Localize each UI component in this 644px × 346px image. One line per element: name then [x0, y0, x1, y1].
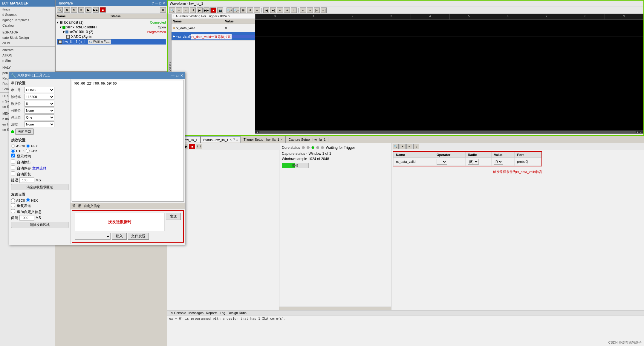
- trigger-radix-select[interactable]: [B]: [468, 159, 479, 165]
- sidebar-item-8[interactable]: ATION: [0, 53, 55, 58]
- hw-play-btn[interactable]: ▶: [85, 7, 91, 13]
- serial-clear-recv-btn[interactable]: 清空接收显示区域: [11, 184, 68, 190]
- wf-zoomin-btn[interactable]: 🔍+: [227, 7, 232, 13]
- trigger-arrow-btn[interactable]: ↕: [413, 144, 419, 149]
- wf-hscrollbar[interactable]: ◂ ▸ ◂|: [255, 130, 643, 134]
- hw-tree-localhost[interactable]: ▾ 🖥 localhost (1) Connected: [57, 20, 166, 25]
- trigger-value-select[interactable]: R: [494, 159, 503, 165]
- sidebar-item-7[interactable]: enerate: [0, 47, 55, 53]
- hw-search-btn[interactable]: 🔍: [57, 7, 63, 13]
- hw-tree-xc7[interactable]: ▾ xc7a100t_0 (2) Programmed: [57, 30, 166, 34]
- wf-skip-back-btn[interactable]: |◀: [263, 7, 269, 13]
- serial-send-ascii-radio[interactable]: [11, 198, 15, 202]
- serial-show-time-cb[interactable]: [11, 154, 15, 157]
- hw-stop-btn[interactable]: ■: [100, 7, 106, 13]
- settings-stop-btn[interactable]: ■: [189, 144, 195, 149]
- scroll-left-icon[interactable]: ◂: [256, 130, 258, 134]
- settings-more-btn[interactable]: ⋮⋮: [196, 144, 202, 149]
- hw-tree-xilinx[interactable]: ▾ xilinx_tcf/Digilent/H Open: [57, 25, 166, 30]
- wf-expand-right-btn[interactable]: ↦: [284, 7, 290, 13]
- console-tab-tcl[interactable]: Tcl Console: [169, 311, 186, 315]
- tab-trigger-close[interactable]: ✕: [280, 138, 283, 141]
- wf-camera-btn[interactable]: 📷: [217, 7, 223, 13]
- tab-trigger[interactable]: Trigger Setup - hw_ila_1 ✕: [241, 137, 285, 142]
- serial-auto-exec-cb[interactable]: [11, 160, 15, 163]
- hw-minimize-btn[interactable]: —: [155, 1, 158, 5]
- serial-gbk-radio[interactable]: [26, 149, 30, 153]
- serial-send-hex-radio[interactable]: [26, 198, 30, 202]
- hw-tree-ila[interactable]: 🔲 hw_ila_1 (u_il Waiting Fo...: [57, 39, 166, 45]
- serial-port-select[interactable]: COM3: [25, 87, 54, 93]
- tab-status-help[interactable]: ?: [233, 138, 235, 141]
- serial-send-tab-tong[interactable]: 通: [72, 204, 76, 208]
- serial-delay-input[interactable]: [19, 177, 34, 183]
- serial-interval-input[interactable]: [19, 215, 34, 221]
- serial-maximize-btn[interactable]: □: [176, 74, 178, 78]
- scroll-home-icon[interactable]: ◂|: [640, 130, 642, 134]
- console-tab-runs[interactable]: Design Runs: [228, 311, 247, 315]
- wf-fastfwd-btn[interactable]: ▶▶: [204, 7, 209, 13]
- wf-stop-btn[interactable]: ■: [210, 7, 216, 13]
- sidebar-item-10[interactable]: NALY: [0, 65, 55, 70]
- console-tab-messages[interactable]: Messages: [189, 311, 204, 315]
- serial-close-port-btn[interactable]: 关闭串口: [15, 128, 34, 135]
- hw-sort2-btn[interactable]: ⇆: [71, 7, 77, 13]
- sidebar-item-3[interactable]: Catalog: [0, 23, 55, 28]
- hw-sort-btn[interactable]: ⇅: [64, 7, 70, 13]
- wf-arrow-r-end-btn[interactable]: →|: [321, 7, 327, 13]
- wf-fit-btn[interactable]: ⊞: [240, 7, 246, 13]
- tab-capture[interactable]: Capture Setup - hw_ila_1: [286, 137, 328, 142]
- signal-expand-1[interactable]: ▶: [173, 34, 175, 38]
- console-tab-reports[interactable]: Reports: [206, 311, 218, 315]
- wf-shrink-btn[interactable]: ↕: [291, 7, 297, 13]
- signal-row-0[interactable]: ◈ rx_data_valid 0: [172, 24, 255, 32]
- sidebar-item-4[interactable]: EGRATOR: [0, 30, 55, 35]
- sidebar-item-0[interactable]: ttings: [0, 7, 55, 12]
- hw-help-btn[interactable]: ?: [152, 1, 154, 5]
- serial-load-btn[interactable]: 载入: [112, 233, 127, 240]
- wf-arrow-l-end-btn[interactable]: |←: [314, 7, 320, 13]
- serial-data-select[interactable]: 8: [25, 101, 54, 107]
- wf-search-btn[interactable]: 🔍: [169, 7, 175, 13]
- serial-stop-select[interactable]: One: [25, 114, 54, 120]
- wf-minus-btn[interactable]: −: [183, 7, 189, 13]
- wf-expand-left-btn[interactable]: ↤: [277, 7, 283, 13]
- hw-tree-xadc[interactable]: 🔲 XADC (Syste: [57, 34, 166, 39]
- serial-send-btn[interactable]: 发送: [166, 213, 181, 220]
- serial-auto-reply-cb[interactable]: [11, 172, 15, 175]
- serial-parity-select[interactable]: None: [25, 108, 54, 114]
- serial-auto-save-cb[interactable]: [11, 166, 15, 169]
- serial-clear-send-btn[interactable]: 清除发送区域: [11, 222, 68, 228]
- hw-settings-btn[interactable]: ⚙: [160, 7, 166, 13]
- wf-refresh-btn[interactable]: ↺: [190, 7, 196, 13]
- status-vscroll[interactable]: [279, 307, 391, 310]
- sidebar-item-2[interactable]: nguage Templates: [0, 17, 55, 23]
- wf-play-btn[interactable]: ▶: [197, 7, 203, 13]
- hw-fastfwd-btn[interactable]: ▶▶: [93, 7, 99, 13]
- serial-utf8-radio[interactable]: [11, 149, 15, 153]
- sidebar-item-1[interactable]: d Sources: [0, 12, 55, 17]
- serial-recv-area[interactable]: [00:00:22][00:06:59]00: [72, 80, 184, 202]
- trigger-op-select[interactable]: ==: [437, 159, 447, 165]
- scroll-right-icon[interactable]: ▸: [637, 130, 639, 134]
- console-tab-log[interactable]: Log: [220, 311, 225, 315]
- sidebar-item-6[interactable]: en Bl: [0, 40, 55, 46]
- serial-file-send-btn[interactable]: 文件发送: [128, 233, 149, 240]
- serial-minimize-btn[interactable]: —: [171, 74, 175, 78]
- hw-maximize-btn[interactable]: □: [159, 1, 161, 5]
- wf-x-btn[interactable]: ✗: [247, 7, 253, 13]
- serial-send-tab-yong[interactable]: 用: [78, 204, 81, 208]
- wf-zoomout-btn[interactable]: 🔍−: [233, 7, 239, 13]
- serial-close-btn[interactable]: ✕: [180, 74, 183, 78]
- sidebar-item-5[interactable]: eate Block Design: [0, 35, 55, 40]
- trigger-minus-btn[interactable]: −: [406, 144, 412, 149]
- serial-baud-select[interactable]: 115200: [25, 94, 54, 100]
- serial-send-tab-custom[interactable]: 自定义信息: [84, 204, 100, 208]
- wf-plus-btn[interactable]: +: [176, 7, 182, 13]
- serial-ascii-radio[interactable]: [11, 144, 15, 148]
- wf-skip-fwd-btn[interactable]: ▶|: [270, 7, 276, 13]
- sidebar-item-9[interactable]: n Sim: [0, 58, 55, 63]
- wf-arrow-l-btn[interactable]: ←: [300, 7, 306, 13]
- signal-row-1[interactable]: ▶ ≡ rx_data[7:0] 00: [172, 32, 255, 41]
- serial-hex-radio[interactable]: [26, 144, 30, 148]
